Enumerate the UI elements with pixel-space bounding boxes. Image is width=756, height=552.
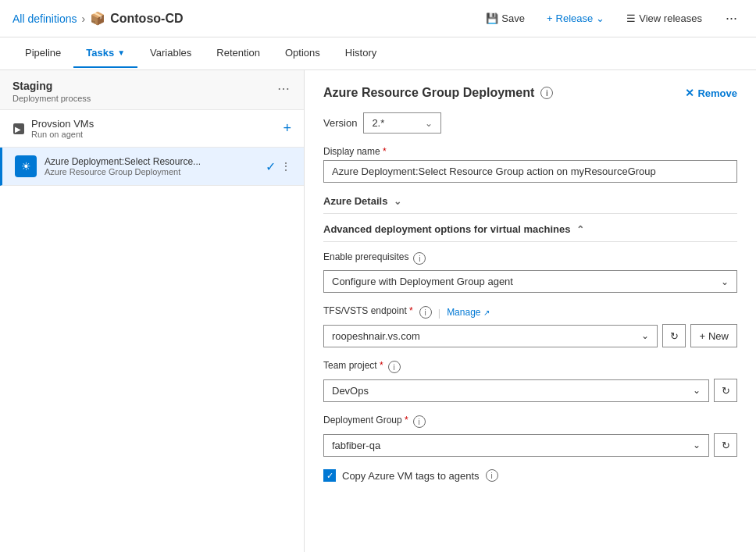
stage-title: Staging (12, 80, 91, 92)
task-more-button[interactable]: ⋮ (280, 160, 291, 173)
azure-details-toggle[interactable]: Azure Details ⌄ (323, 195, 737, 214)
version-chevron-down-icon: ⌄ (425, 118, 433, 129)
team-project-chevron-down-icon: ⌄ (693, 385, 701, 396)
breadcrumb-separator: › (82, 12, 86, 25)
deployment-group-row: fabfiber-qa ⌄ ↻ (323, 433, 737, 457)
phase-title: Provsion VMs (31, 118, 94, 130)
enable-prereq-dropdown[interactable]: Configure with Deployment Group agent ⌄ (323, 270, 737, 293)
tfs-info-icon[interactable]: i (419, 306, 432, 319)
header: All definitions › 📦 Contoso-CD 💾 Save + … (0, 0, 756, 37)
chevron-down-icon: ⌄ (596, 12, 604, 24)
deployment-group-refresh-button[interactable]: ↻ (714, 433, 737, 457)
collapse-chevron-icon: ⌄ (394, 196, 401, 207)
task-check-icon: ✓ (266, 159, 276, 174)
tfs-new-button[interactable]: + New (690, 324, 737, 347)
remove-x-icon: ✕ (685, 87, 694, 99)
breadcrumb-link[interactable]: All definitions (12, 12, 77, 25)
tab-pipeline[interactable]: Pipeline (12, 39, 73, 68)
plus-icon: + (699, 330, 705, 342)
manage-link[interactable]: Manage ↗ (447, 307, 490, 318)
team-project-dropdown[interactable]: DevOps ⌄ (323, 379, 709, 402)
page-title: Contoso-CD (110, 12, 183, 26)
display-name-field: Display name (323, 146, 737, 183)
advanced-section: Advanced deployment options for virtual … (323, 223, 737, 482)
display-name-input[interactable] (323, 160, 737, 183)
team-project-refresh-button[interactable]: ↻ (714, 379, 737, 402)
prereq-chevron-down-icon: ⌄ (721, 276, 729, 287)
stage-subtitle: Deployment process (12, 94, 91, 103)
header-actions: 💾 Save + Release ⌄ ☰ View releases ··· (481, 7, 744, 30)
team-project-label: Team project (323, 360, 383, 371)
left-panel: Staging Deployment process ⋯ ▶ Provsion … (0, 70, 305, 552)
task-subtitle: Azure Resource Group Deployment (45, 167, 266, 176)
header-app-icon: 📦 (90, 11, 105, 26)
chevron-down-icon: ▼ (117, 48, 125, 57)
task-title-info-icon[interactable]: i (540, 87, 553, 99)
tab-retention[interactable]: Retention (204, 39, 273, 68)
tfs-endpoint-field: TFS/VSTS endpoint i | Manage ↗ roopeshna… (323, 305, 737, 347)
phase-header: ▶ Provsion VMs Run on agent + (0, 110, 304, 148)
enable-prereq-label: Enable prerequisites (323, 251, 408, 262)
tfs-chevron-down-icon: ⌄ (641, 330, 649, 341)
tab-history[interactable]: History (333, 39, 389, 68)
team-project-row: DevOps ⌄ ↻ (323, 379, 737, 402)
deployment-group-field: Deployment Group i fabfiber-qa ⌄ ↻ (323, 415, 737, 457)
copy-tags-label: Copy Azure VM tags to agents (342, 470, 480, 482)
task-detail-title: Azure Resource Group Deployment i ✕ Remo… (323, 86, 737, 100)
phase-icon: ▶ (12, 123, 25, 135)
list-icon: ☰ (626, 12, 636, 24)
tfs-dropdown-row: roopeshnair.vs.com ⌄ ↻ + New (323, 324, 737, 347)
version-label: Version (323, 117, 357, 129)
checkmark-icon: ✓ (326, 471, 333, 481)
nav-tabs: Pipeline Tasks ▼ Variables Retention Opt… (0, 37, 756, 70)
version-row: Version 2.* ⌄ (323, 112, 737, 134)
refresh-icon: ↻ (722, 440, 730, 451)
azure-details-section: Azure Details ⌄ (323, 195, 737, 214)
tab-tasks[interactable]: Tasks ▼ (73, 39, 137, 68)
remove-button[interactable]: ✕ Remove (685, 87, 737, 99)
deployment-group-info-icon[interactable]: i (413, 415, 426, 428)
tab-options[interactable]: Options (273, 39, 333, 68)
save-icon: 💾 (486, 12, 498, 24)
team-project-field: Team project i DevOps ⌄ ↻ (323, 360, 737, 402)
stage-more-button[interactable]: ⋯ (276, 80, 291, 98)
svg-text:▶: ▶ (15, 125, 21, 134)
external-link-icon: ↗ (483, 308, 490, 317)
task-name: Azure Deployment:Select Resource... (45, 156, 266, 167)
advanced-toggle[interactable]: Advanced deployment options for virtual … (323, 223, 737, 242)
more-options-button[interactable]: ··· (719, 7, 744, 30)
copy-tags-row: ✓ Copy Azure VM tags to agents i (323, 469, 737, 482)
save-button[interactable]: 💾 Save (481, 9, 530, 27)
enable-prereq-field: Enable prerequisites i Configure with De… (323, 251, 737, 293)
tfs-label: TFS/VSTS endpoint (323, 305, 413, 316)
refresh-icon: ↻ (670, 330, 679, 342)
task-icon: ☀ (15, 155, 37, 177)
add-task-button[interactable]: + (283, 120, 291, 137)
task-item[interactable]: ☀ Azure Deployment:Select Resource... Az… (0, 148, 304, 186)
header-left: All definitions › 📦 Contoso-CD (12, 11, 183, 26)
copy-tags-info-icon[interactable]: i (486, 469, 498, 482)
team-project-info-icon[interactable]: i (388, 361, 401, 373)
tab-variables[interactable]: Variables (137, 39, 204, 68)
main-content: Staging Deployment process ⋯ ▶ Provsion … (0, 70, 756, 552)
tfs-dropdown[interactable]: roopeshnair.vs.com ⌄ (323, 325, 658, 347)
version-select[interactable]: 2.* ⌄ (363, 112, 441, 134)
deployment-group-dropdown[interactable]: fabfiber-qa ⌄ (323, 434, 709, 457)
enable-prereq-info-icon[interactable]: i (413, 252, 426, 265)
phase-subtitle: Run on agent (31, 130, 94, 139)
plus-icon: + (547, 12, 553, 24)
deployment-group-label: Deployment Group (323, 415, 408, 426)
tfs-refresh-button[interactable]: ↻ (662, 324, 686, 347)
display-name-label: Display name (323, 146, 737, 157)
stage-header: Staging Deployment process ⋯ (0, 70, 304, 110)
release-button[interactable]: + Release ⌄ (542, 9, 609, 27)
right-panel: Azure Resource Group Deployment i ✕ Remo… (305, 70, 756, 552)
deployment-group-chevron-down-icon: ⌄ (693, 440, 701, 451)
view-releases-button[interactable]: ☰ View releases (622, 9, 707, 27)
advanced-chevron-icon: ⌃ (576, 224, 584, 235)
refresh-icon: ↻ (722, 385, 730, 397)
copy-tags-checkbox[interactable]: ✓ (323, 469, 336, 482)
